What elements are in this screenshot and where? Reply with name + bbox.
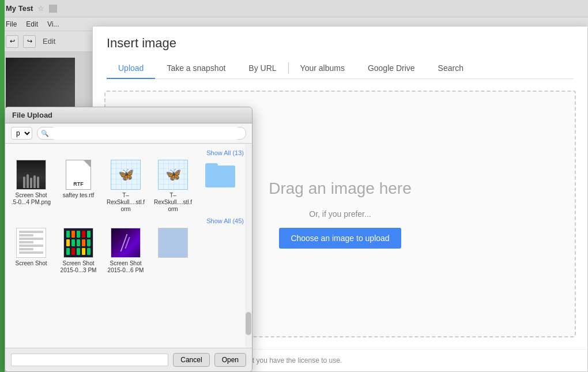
circuit-inner xyxy=(64,228,93,257)
or-text: Or, if you prefer... xyxy=(309,209,371,219)
list-item[interactable]: Screen Shot.5-0...4 PM.png xyxy=(11,160,51,206)
modal-header: Insert image Upload Take a snapshot By U… xyxy=(93,27,587,79)
file-icon-stl2: 🦋 xyxy=(158,160,188,190)
tab-by-url[interactable]: By URL xyxy=(237,58,288,78)
photo-thumb xyxy=(16,160,46,190)
list-item[interactable] xyxy=(200,160,240,192)
file-dialog-titlebar: File Upload xyxy=(5,107,252,123)
list-item[interactable] xyxy=(153,228,193,260)
rtf-corner xyxy=(84,160,91,167)
tab-google-drive[interactable]: Google Drive xyxy=(356,58,427,78)
file-icon-purple xyxy=(111,228,141,258)
list-item[interactable]: RTF saftey tes.rtf xyxy=(58,160,99,199)
tab-upload[interactable]: Upload xyxy=(107,58,155,78)
file-icon-photo xyxy=(16,160,46,190)
tab-your-albums[interactable]: Your albums xyxy=(289,58,356,78)
file-section-2: Show All (45) xyxy=(11,217,246,274)
file-icon-folder xyxy=(205,160,235,190)
choose-image-button[interactable]: Choose an image to upload xyxy=(279,228,401,249)
file-section-1: Show All (13) xyxy=(11,149,246,213)
open-button[interactable]: Open xyxy=(214,353,246,367)
file-search-input[interactable] xyxy=(49,127,242,140)
purple-inner xyxy=(111,228,140,257)
scrollbar-thumb xyxy=(246,312,251,335)
rtf-icon-shape: RTF xyxy=(66,160,91,190)
file-name-circuit: Screen Shot2015-0...3 PM xyxy=(61,260,97,274)
cancel-button[interactable]: Cancel xyxy=(173,353,209,367)
file-name-purple: Screen Shot2015-0...6 PM xyxy=(108,260,144,274)
file-icon-circuit xyxy=(63,228,93,258)
tab-search[interactable]: Search xyxy=(427,58,475,78)
file-name-stl2: T–RexSkull....stl.form xyxy=(153,192,193,213)
doc-thumb-shape xyxy=(16,228,46,258)
file-grid: Show All (13) xyxy=(5,144,252,348)
scrollbar[interactable] xyxy=(245,144,252,348)
show-all-link-1[interactable]: Show All (13) xyxy=(206,149,244,156)
modal-title: Insert image xyxy=(107,36,574,51)
photo-inner xyxy=(17,160,46,189)
file-row-2: Screen Shot xyxy=(11,228,246,274)
circuit-thumb xyxy=(63,228,93,258)
file-name-rtf: saftey tes.rtf xyxy=(63,192,94,199)
stl-icon-2: 🦋 xyxy=(158,160,188,190)
file-dialog-title: File Upload xyxy=(12,111,52,119)
list-item[interactable]: Screen Shot2015-0...6 PM xyxy=(105,228,146,274)
file-icon-rtf: RTF xyxy=(63,160,93,190)
location-dropdown[interactable]: p xyxy=(11,127,32,140)
filename-input[interactable] xyxy=(11,354,168,366)
purple-thumb xyxy=(111,228,141,258)
file-dialog-toolbar: p 🔍 xyxy=(5,123,252,144)
file-name-stl1: T–RexSkull....stl.form xyxy=(105,192,146,213)
tab-snapshot[interactable]: Take a snapshot xyxy=(155,58,237,78)
blue-inner xyxy=(159,228,187,257)
file-icon-stl1: 🦋 xyxy=(111,160,141,190)
file-dialog-bottom: Cancel Open xyxy=(5,348,252,371)
show-all-bar-1: Show All (13) xyxy=(11,149,246,156)
list-item[interactable]: 🦋 T–RexSkull....stl.form xyxy=(153,160,193,213)
file-icon-doc xyxy=(16,228,46,258)
list-item[interactable]: Screen Shot xyxy=(11,228,51,267)
folder-shape xyxy=(205,162,235,187)
stl-icon-1: 🦋 xyxy=(111,160,141,190)
show-all-link-2[interactable]: Show All (45) xyxy=(206,217,244,224)
file-upload-dialog: File Upload p 🔍 Show All (13) xyxy=(5,107,252,372)
show-all-bar-2: Show All (45) xyxy=(11,217,246,224)
drag-text: Drag an image here xyxy=(269,179,411,198)
file-row-1: Screen Shot.5-0...4 PM.png RTF saftey te… xyxy=(11,160,246,213)
file-icon-blue xyxy=(158,228,188,258)
list-item[interactable]: 🦋 T–RexSkull....stl.form xyxy=(105,160,146,213)
file-name-doc: Screen Shot xyxy=(15,260,47,267)
blue-thumb xyxy=(158,228,188,258)
file-name-photo: Screen Shot.5-0...4 PM.png xyxy=(12,192,51,206)
list-item[interactable]: Screen Shot2015-0...3 PM xyxy=(58,228,99,274)
modal-tabs: Upload Take a snapshot By URL Your album… xyxy=(107,58,574,79)
rtf-label: RTF xyxy=(73,181,84,187)
search-icon: 🔍 xyxy=(41,130,49,137)
